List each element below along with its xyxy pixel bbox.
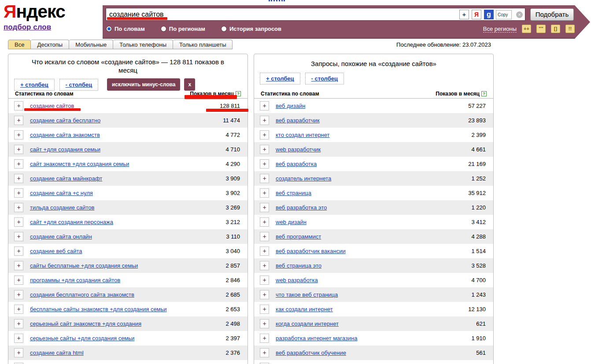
operator-brackets-button[interactable]: [] xyxy=(551,25,560,33)
exclude-minus-words-button[interactable]: исключить минус-слова xyxy=(107,78,180,91)
keyword-link[interactable]: веб дизайн xyxy=(276,103,305,109)
keyword-link[interactable]: веб разработчик xyxy=(276,117,320,124)
expand-button[interactable]: + xyxy=(260,348,269,357)
expand-button[interactable]: + xyxy=(260,130,269,140)
expand-button[interactable]: + xyxy=(14,290,23,299)
google-search-icon[interactable]: g xyxy=(484,10,494,19)
copy-button[interactable]: Copy xyxy=(496,10,512,19)
keyword-link[interactable]: создание веб сайта xyxy=(30,248,82,254)
expand-button[interactable]: + xyxy=(260,145,269,154)
expand-button[interactable]: + xyxy=(14,305,23,314)
add-query-button[interactable]: + xyxy=(459,10,469,19)
keyword-link[interactable]: сайт +для создания семьи xyxy=(30,146,100,153)
keyword-link[interactable]: веб программист xyxy=(276,233,321,240)
expand-button[interactable]: + xyxy=(14,217,23,227)
expand-button[interactable]: + xyxy=(260,174,269,183)
add-column-button[interactable]: + столбец xyxy=(260,73,300,85)
keyword-link[interactable]: создание сайта майнкрафт xyxy=(30,175,102,182)
keyword-link[interactable]: тильда создание сайтов xyxy=(30,204,94,211)
expand-button[interactable]: + xyxy=(14,203,23,212)
keyword-link[interactable]: сайт +для создания персонажа xyxy=(30,219,113,225)
operator-quotes-button[interactable]: "" xyxy=(536,25,546,33)
keyword-link[interactable]: web разработчик xyxy=(276,146,321,153)
expand-button[interactable]: + xyxy=(260,319,269,328)
expand-button[interactable]: + xyxy=(260,261,269,270)
keyword-link[interactable]: когда создали интернет xyxy=(276,320,339,327)
keyword-link[interactable]: бесплатные сайты знакомств +для создания… xyxy=(30,306,167,313)
keyword-link[interactable]: серьезные сайты +для создания семьи xyxy=(30,335,134,342)
clear-input-icon[interactable]: × xyxy=(516,11,523,18)
expand-button[interactable]: + xyxy=(14,159,23,169)
tab-tablets-only[interactable]: Только планшеты xyxy=(173,40,233,49)
expand-button[interactable]: + xyxy=(14,348,23,357)
keyword-link[interactable]: веб разработка это xyxy=(276,204,327,211)
radio-by-regions[interactable]: По регионам xyxy=(161,26,205,32)
expand-button[interactable]: + xyxy=(260,159,269,169)
operator-plus-plus-button[interactable]: ++ xyxy=(522,25,531,33)
expand-button[interactable]: + xyxy=(14,261,23,270)
expand-button[interactable]: + xyxy=(260,203,269,212)
radio-query-history[interactable]: История запросов xyxy=(221,26,281,32)
expand-button[interactable]: + xyxy=(260,305,269,314)
keyword-link[interactable]: веб страница это xyxy=(276,262,321,269)
keyword-link[interactable]: веб разработка xyxy=(276,161,317,167)
expand-button[interactable]: + xyxy=(14,319,23,328)
all-regions-link[interactable]: Все регионы xyxy=(483,26,517,33)
add-column-button[interactable]: + столбец xyxy=(14,79,55,91)
keyword-link[interactable]: создание сайта бесплатно xyxy=(30,117,100,124)
close-exclude-button[interactable]: x xyxy=(184,78,195,91)
expand-button[interactable]: + xyxy=(14,145,23,154)
expand-button[interactable]: + xyxy=(14,334,23,343)
keyword-link[interactable]: что такое веб страница xyxy=(276,291,338,298)
keyword-link[interactable]: создание сайта html xyxy=(30,349,84,356)
keyword-link[interactable]: серьезный сайт знакомств +для создания xyxy=(30,320,141,327)
keyword-link[interactable]: сайты бесплатные +для создания семьи xyxy=(30,262,138,269)
keyword-link[interactable]: создание сайта знакомств xyxy=(30,132,100,138)
tab-desktops[interactable]: Десктопы xyxy=(31,40,69,49)
yandex-search-icon[interactable]: Я xyxy=(472,10,481,19)
keyword-link[interactable]: web дизайн xyxy=(276,219,307,225)
keyword-link[interactable]: разработка интернет магазина xyxy=(276,335,358,342)
expand-button[interactable]: + xyxy=(14,246,23,256)
wordstat-tagline-link[interactable]: подбор слов xyxy=(4,23,51,32)
keyword-link[interactable]: веб страница xyxy=(276,190,311,196)
expand-button[interactable]: + xyxy=(260,246,269,256)
expand-button[interactable]: + xyxy=(14,130,23,140)
tab-all[interactable]: Все xyxy=(8,40,31,49)
expand-button[interactable]: + xyxy=(260,334,269,343)
expand-button[interactable]: + xyxy=(260,188,269,198)
remove-column-button[interactable]: - столбец xyxy=(59,79,98,91)
submit-button[interactable]: Подобрать xyxy=(530,8,574,21)
keyword-link[interactable]: программы +для создания сайтов xyxy=(30,277,120,283)
keyword-link[interactable]: web разработка xyxy=(276,277,318,283)
keyword-link[interactable]: создание сайта онлайн xyxy=(30,233,92,240)
yandex-logo-text[interactable]: Яндекс xyxy=(4,2,65,21)
keyword-link[interactable]: создание сайта +с нуля xyxy=(30,190,93,196)
keyword-link[interactable]: веб разработчик обучение xyxy=(276,349,346,356)
expand-button[interactable]: + xyxy=(260,290,269,299)
expand-button[interactable]: + xyxy=(14,174,23,183)
expand-button[interactable]: + xyxy=(14,276,23,285)
help-icon[interactable]: ? xyxy=(481,91,487,96)
keyword-link[interactable]: сайт знакомств +для создания семьи xyxy=(30,161,129,167)
expand-button[interactable]: + xyxy=(260,116,269,125)
remove-column-button[interactable]: - столбец xyxy=(305,73,344,85)
radio-by-words[interactable]: По словам xyxy=(106,26,145,32)
expand-button[interactable]: + xyxy=(260,276,269,285)
expand-button[interactable]: + xyxy=(14,101,23,110)
keyword-link[interactable]: создания бесплатного сайта знакомств xyxy=(30,291,134,298)
search-input[interactable]: создание сайтов + Я g Copy × xyxy=(106,8,525,21)
keyword-link[interactable]: кто создал интернет xyxy=(276,132,330,138)
expand-button[interactable]: + xyxy=(14,188,23,198)
expand-button[interactable]: + xyxy=(260,232,269,241)
keyword-link[interactable]: как создали интернет xyxy=(276,306,333,313)
expand-button[interactable]: + xyxy=(260,217,269,227)
tab-mobile[interactable]: Мобильные xyxy=(69,40,113,49)
expand-button[interactable]: + xyxy=(14,116,23,125)
tab-phones-only[interactable]: Только телефоны xyxy=(113,40,173,49)
operator-exclamation-button[interactable]: !! xyxy=(565,25,575,33)
expand-button[interactable]: + xyxy=(260,101,269,110)
keyword-link[interactable]: веб разработчик вакансии xyxy=(276,248,346,254)
expand-button[interactable]: + xyxy=(14,232,23,241)
keyword-link[interactable]: создатель интернета xyxy=(276,175,331,182)
